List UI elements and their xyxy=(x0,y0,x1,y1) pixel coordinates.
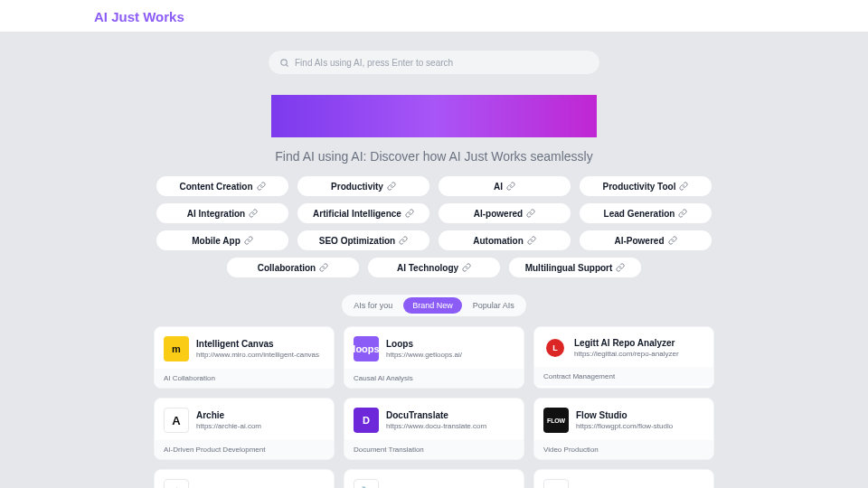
pill-label: Automation xyxy=(473,236,524,246)
category-pill[interactable]: Productivity Tool xyxy=(580,176,712,196)
cards-grid: mIntelligent Canvashttp://www.miro.com/i… xyxy=(154,326,714,488)
link-icon xyxy=(526,209,535,218)
card-icon: m xyxy=(164,336,189,361)
card-title: Archie xyxy=(196,410,261,420)
link-icon xyxy=(527,236,536,245)
card-url: https://www.docu-translate.com xyxy=(386,422,486,430)
ai-card[interactable]: 🔧Builco xyxy=(344,469,524,488)
category-pill[interactable]: AI Technology xyxy=(368,258,500,277)
card-icon: loops xyxy=(354,336,379,361)
card-url: http://www.miro.com/intelligent-canvas xyxy=(196,351,319,359)
ai-card[interactable]: ✦Erasee xyxy=(154,469,335,488)
link-icon xyxy=(679,182,688,191)
card-title: Intelligent Canvas xyxy=(196,339,319,349)
pill-label: Content Creation xyxy=(179,182,252,192)
card-category: Causal AI Analysis xyxy=(344,369,524,388)
card-title: Legitt AI Repo Analyzer xyxy=(574,338,679,348)
link-icon xyxy=(668,236,677,245)
card-icon: A xyxy=(164,408,189,433)
card-category: Contract Management xyxy=(534,367,713,386)
card-title: Flow Studio xyxy=(576,410,673,420)
link-icon xyxy=(399,236,408,245)
ai-card[interactable]: LLegitt AI Repo Analyzerhttps://legittai… xyxy=(533,326,714,389)
link-icon xyxy=(387,182,396,191)
pill-label: SEO Optimization xyxy=(319,236,395,246)
card-category: AI Collaboration xyxy=(155,369,334,388)
filter-tabs: AIs for youBrand NewPopular AIs xyxy=(342,295,526,316)
category-pill[interactable]: Automation xyxy=(439,230,571,250)
card-title: DocuTranslate xyxy=(386,410,486,420)
pill-label: AI Integration xyxy=(187,209,245,219)
pill-label: AI Technology xyxy=(397,263,458,273)
card-url: https://flowgpt.com/flow-studio xyxy=(576,422,673,430)
link-icon xyxy=(257,182,266,191)
pill-label: AI-Powered xyxy=(614,236,664,246)
pill-label: Lead Generation xyxy=(604,209,675,219)
card-url: https://legittai.com/repo-analyzer xyxy=(574,350,679,358)
category-pill[interactable]: Productivity xyxy=(297,176,429,196)
link-icon xyxy=(405,209,414,218)
card-category: Video Production xyxy=(534,440,713,459)
card-icon: ✦ xyxy=(164,479,189,488)
card-title: Loops xyxy=(386,339,462,349)
category-pill[interactable]: SEO Optimization xyxy=(297,230,429,250)
ai-card[interactable]: AArchiehttps://archie-ai.comAI-Driven Pr… xyxy=(154,398,335,460)
category-pill[interactable]: Multilingual Support xyxy=(509,258,641,277)
category-pill[interactable]: Mobile App xyxy=(156,230,288,250)
card-category: Document Translation xyxy=(344,440,524,459)
category-pill[interactable]: AI-powered xyxy=(439,203,571,223)
category-pill[interactable]: Content Creation xyxy=(156,176,288,196)
link-icon xyxy=(678,209,687,218)
category-pill[interactable]: Artificial Intelligence xyxy=(297,203,429,223)
category-pill[interactable]: Lead Generation xyxy=(580,203,712,223)
ai-card[interactable]: ◐Depth xyxy=(533,469,714,488)
card-icon: 🔧 xyxy=(354,479,379,488)
ai-card[interactable]: mIntelligent Canvashttp://www.miro.com/i… xyxy=(154,326,335,389)
link-icon xyxy=(249,209,258,218)
link-icon xyxy=(506,182,515,191)
pill-label: Mobile App xyxy=(192,236,241,246)
pill-label: Collaboration xyxy=(258,263,316,273)
card-category: AI-Driven Product Development xyxy=(155,440,334,459)
tab[interactable]: Popular AIs xyxy=(464,297,524,314)
tab[interactable]: AIs for you xyxy=(344,297,401,314)
main-content: Find AI using AI: Discover how AI Just W… xyxy=(0,32,868,488)
search-icon xyxy=(279,58,289,68)
category-pill[interactable]: AI Integration xyxy=(156,203,288,223)
ai-card[interactable]: loopsLoopshttps://www.getloops.ai/Causal… xyxy=(344,326,524,389)
link-icon xyxy=(244,236,253,245)
hero-banner xyxy=(271,95,597,137)
link-icon xyxy=(616,263,625,272)
svg-point-0 xyxy=(281,59,287,64)
brand-logo[interactable]: AI Just Works xyxy=(94,9,868,24)
pill-label: AI-powered xyxy=(474,209,523,219)
search-bar[interactable] xyxy=(268,50,600,75)
search-input[interactable] xyxy=(295,58,589,68)
pill-label: Productivity xyxy=(331,182,383,192)
category-pill[interactable]: Collaboration xyxy=(227,258,359,277)
pill-label: Multilingual Support xyxy=(525,263,613,273)
category-pill[interactable]: AI-Powered xyxy=(580,230,712,250)
pill-label: AI xyxy=(494,182,503,192)
ai-card[interactable]: DDocuTranslatehttps://www.docu-translate… xyxy=(344,398,524,460)
tagline: Find AI using AI: Discover how AI Just W… xyxy=(275,149,592,164)
card-icon: L xyxy=(543,336,567,360)
card-url: https://archie-ai.com xyxy=(196,422,261,430)
link-icon xyxy=(319,263,328,272)
pill-label: Artificial Intelligence xyxy=(313,209,401,219)
ai-card[interactable]: FLOWFlow Studiohttps://flowgpt.com/flow-… xyxy=(533,398,714,460)
card-icon: D xyxy=(354,408,379,433)
tab[interactable]: Brand New xyxy=(403,297,462,314)
svg-line-1 xyxy=(287,64,288,66)
category-pill[interactable]: AI xyxy=(439,176,571,196)
pill-label: Productivity Tool xyxy=(603,182,676,192)
card-icon: FLOW xyxy=(543,408,569,433)
header: AI Just Works xyxy=(0,0,868,32)
card-url: https://www.getloops.ai/ xyxy=(386,351,462,359)
link-icon xyxy=(462,263,471,272)
card-icon: ◐ xyxy=(543,479,569,488)
category-pills: Content CreationProductivityAIProductivi… xyxy=(156,176,712,277)
